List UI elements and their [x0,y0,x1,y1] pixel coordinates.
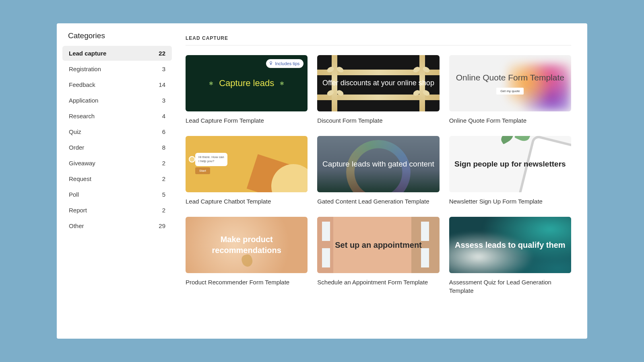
lightbulb-icon [268,61,273,66]
category-label: Registration [69,66,101,72]
category-feedback[interactable]: Feedback 14 [62,77,172,92]
category-count: 2 [162,207,165,214]
category-count: 5 [162,191,165,198]
template-card-schedule-appointment[interactable]: Set up an appointment Schedule an Appoin… [317,217,439,295]
category-label: Application [69,97,98,104]
badge-label: Includes tips [275,61,299,66]
category-label: Quiz [69,128,81,135]
template-title: Assessment Quiz for Lead Generation Temp… [449,278,571,295]
includes-tips-badge: Includes tips [266,59,303,68]
template-card-lead-capture-form[interactable]: Includes tips ✱ Capture leads ✱ Lead Cap… [186,55,308,125]
template-title: Online Quote Form Template [449,116,571,125]
category-label: Lead capture [69,50,106,57]
thumbnail-cta: Get my quote [496,88,524,95]
category-count: 6 [162,128,165,135]
sparkle-icon: ✱ [280,80,284,86]
thumbnail-headline: Set up an appointment [335,240,422,251]
template-card-lead-capture-chatbot[interactable]: Hi there. How can I help you? Start Lead… [186,136,308,206]
template-title: Product Recommender Form Template [186,278,308,286]
category-count: 14 [159,81,165,88]
category-registration[interactable]: Registration 3 [62,62,172,76]
category-count: 8 [162,144,165,151]
template-title: Lead Capture Chatbot Template [186,197,308,206]
template-thumbnail: Hi there. How can I help you? Start [186,136,308,192]
category-poll[interactable]: Poll 5 [62,187,172,202]
category-count: 29 [159,222,165,229]
category-count: 2 [162,175,165,182]
template-thumbnail: Includes tips ✱ Capture leads ✱ [186,55,308,111]
category-label: Order [69,144,84,151]
sidebar-title: Categories [62,31,172,46]
template-thumbnail: Assess leads to qualify them [449,217,571,273]
thumbnail-headline: Capture leads with gated content [322,159,434,170]
category-count: 4 [162,113,165,119]
category-count: 2 [162,160,165,167]
category-giveaway[interactable]: Giveaway 2 [62,156,172,171]
template-card-gated-content[interactable]: Capture leads with gated content Gated C… [317,136,439,206]
thumbnail-headline: Make product recommendations [186,234,308,256]
template-grid-main: LEAD CAPTURE Includes tips ✱ Capture lea… [178,23,587,339]
category-label: Request [69,175,91,182]
template-card-assessment-quiz[interactable]: Assess leads to qualify them Assessment … [449,217,571,295]
template-thumbnail: Sign people up for newsletters [449,136,571,192]
category-label: Research [69,113,95,119]
template-card-newsletter-signup[interactable]: Sign people up for newsletters Newslette… [449,136,571,206]
template-card-discount-form[interactable]: Offer discounts at your online shop Disc… [317,55,439,125]
categories-sidebar: Categories Lead capture 22 Registration … [57,23,178,339]
category-application[interactable]: Application 3 [62,93,172,108]
category-label: Poll [69,191,79,198]
section-title: LEAD CAPTURE [186,35,571,45]
category-report[interactable]: Report 2 [62,203,172,218]
template-grid: Includes tips ✱ Capture leads ✱ Lead Cap… [186,55,571,295]
chat-bubble: Hi there. How can I help you? [195,153,227,166]
category-research[interactable]: Research 4 [62,109,172,123]
template-thumbnail: Set up an appointment [317,217,439,273]
category-count: 3 [162,97,165,104]
template-title: Gated Content Lead Generation Template [317,197,439,206]
template-title: Newsletter Sign Up Form Template [449,197,571,206]
category-label: Giveaway [69,160,95,167]
category-label: Feedback [69,81,95,88]
thumbnail-headline: ✱ Capture leads ✱ [209,78,284,88]
category-label: Report [69,207,87,214]
template-gallery-window: Categories Lead capture 22 Registration … [57,23,587,339]
thumbnail-headline: Offer discounts at your online shop [322,78,434,88]
avatar-icon [189,156,195,162]
thumbnail-headline-text: Capture leads [219,78,274,88]
category-lead-capture[interactable]: Lead capture 22 [62,46,172,61]
category-request[interactable]: Request 2 [62,171,172,186]
template-title: Schedule an Appointment Form Template [317,278,439,286]
template-thumbnail: Online Quote Form Template Get my quote [449,55,571,111]
template-card-online-quote[interactable]: Online Quote Form Template Get my quote … [449,55,571,125]
category-label: Other [69,222,84,229]
thumbnail-headline: Sign people up for newsletters [454,159,566,169]
template-title: Discount Form Template [317,116,439,125]
template-thumbnail: Offer discounts at your online shop [317,55,439,111]
plant-icon [503,136,527,147]
category-count: 22 [159,50,165,57]
thumbnail-headline: Assess leads to qualify them [455,240,566,251]
thumbnail-cta: Start [195,167,210,174]
template-title: Lead Capture Form Template [186,116,308,125]
template-card-product-recommender[interactable]: Make product recommendations Product Rec… [186,217,308,295]
template-thumbnail: Capture leads with gated content [317,136,439,192]
svg-point-0 [270,62,272,64]
sparkle-icon: ✱ [209,80,213,86]
category-order[interactable]: Order 8 [62,140,172,155]
category-count: 3 [162,66,165,72]
category-other[interactable]: Other 29 [62,218,172,233]
category-quiz[interactable]: Quiz 6 [62,124,172,139]
thumbnail-headline: Online Quote Form Template [456,72,564,83]
template-thumbnail: Make product recommendations [186,217,308,273]
